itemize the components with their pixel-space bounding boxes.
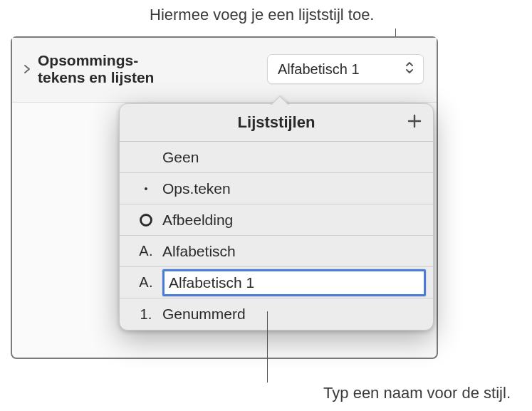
letter-marker-icon: A. [130, 274, 162, 291]
list-item-numbered[interactable]: 1. Genummerd [120, 298, 433, 330]
add-style-button[interactable] [406, 113, 423, 132]
chevrons-updown-icon [403, 60, 416, 78]
bullets-lists-row[interactable]: Opsommings- tekens en lijsten Alfabetisc… [12, 38, 437, 103]
callout-line-bottom [267, 311, 268, 383]
popover-title: Lijststijlen [238, 113, 315, 132]
list-styles-popover: Lijststijlen Geen • Ops.teken [119, 103, 434, 331]
list-item-image[interactable]: Afbeelding [120, 204, 433, 236]
dropdown-value: Alfabetisch 1 [278, 61, 360, 78]
list-item-label: Genummerd [162, 306, 423, 323]
bullets-lists-label: Opsommings- tekens en lijsten [38, 52, 180, 86]
list-item-bullet[interactable]: • Ops.teken [120, 173, 433, 204]
chevron-right-icon [22, 64, 32, 74]
popover-list: Geen • Ops.teken Afbeelding A. Alfabetis… [120, 142, 433, 330]
list-style-dropdown[interactable]: Alfabetisch 1 [267, 54, 424, 84]
callout-type-name: Typ een naam voor de stijl. [323, 384, 511, 402]
popover-arrow [269, 95, 289, 105]
inspector-panel: Opsommings- tekens en lijsten Alfabetisc… [11, 36, 438, 359]
list-item-label: Alfabetisch [162, 243, 423, 260]
bullet-icon: • [130, 183, 162, 194]
list-item-alphabetic[interactable]: A. Alfabetisch [120, 236, 433, 267]
svg-point-2 [141, 214, 152, 225]
letter-marker-icon: A. [130, 243, 162, 259]
popover-header: Lijststijlen [120, 104, 433, 142]
list-item-none[interactable]: Geen [120, 142, 433, 173]
list-item-editing[interactable]: A. [120, 267, 433, 298]
list-item-label: Afbeelding [162, 212, 423, 229]
image-circle-icon [130, 213, 162, 227]
list-item-label: Ops.teken [162, 180, 423, 197]
style-name-input[interactable] [162, 269, 426, 296]
number-marker-icon: 1. [130, 306, 162, 323]
list-item-label: Geen [162, 149, 423, 166]
callout-add-style: Hiermee voeg je een lijststijl toe. [150, 6, 374, 24]
